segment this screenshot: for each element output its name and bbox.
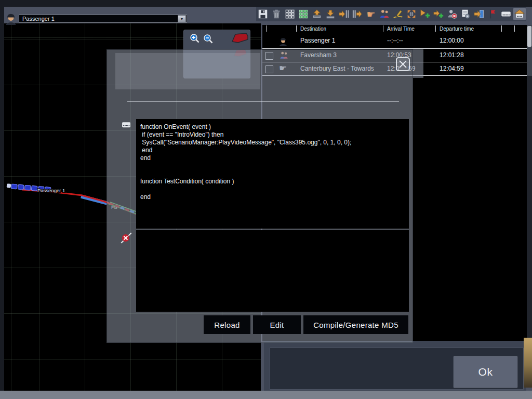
row-departure: 12:04:59 xyxy=(440,62,464,75)
dialog-divider xyxy=(127,101,399,102)
remove-driver-icon[interactable] xyxy=(446,8,458,20)
row-arrival: --:--:-- xyxy=(387,33,403,48)
col-arrival: Arrival Time xyxy=(387,25,415,33)
insert-right-icon[interactable] xyxy=(351,8,364,20)
zoom-out-icon[interactable] xyxy=(203,33,214,45)
delete-icon[interactable] xyxy=(270,8,283,20)
header-tick xyxy=(296,25,297,32)
raise-terrain-icon[interactable] xyxy=(311,8,323,20)
script-dialog-band xyxy=(413,49,423,78)
scrollbar-thumb[interactable] xyxy=(527,26,531,47)
scene-fragment xyxy=(524,338,532,388)
compass-icon[interactable] xyxy=(405,8,418,20)
clear-script-icon[interactable] xyxy=(119,231,133,245)
driver-dropdown[interactable]: Passenger 1 ▼ xyxy=(19,15,187,23)
window-top-strip xyxy=(0,0,532,7)
add-marker-icon[interactable] xyxy=(419,8,431,20)
reload-button[interactable]: Reload xyxy=(204,315,250,334)
script-console-icon xyxy=(120,120,132,130)
close-icon xyxy=(398,60,407,69)
script-output-box[interactable] xyxy=(136,230,409,312)
compile-button[interactable]: Compile/Generate MD5 xyxy=(303,315,408,334)
driver-dropdown-value: Passenger 1 xyxy=(19,16,178,22)
header-tick xyxy=(501,25,502,32)
row-departure: 12:01:28 xyxy=(440,49,464,62)
add-arrow-icon[interactable] xyxy=(432,8,445,20)
save-icon[interactable] xyxy=(257,8,269,20)
grid-white-icon[interactable] xyxy=(284,8,296,20)
grid-green-icon[interactable] xyxy=(297,8,310,20)
zoom-in-icon[interactable] xyxy=(189,33,201,44)
passengers-icon[interactable] xyxy=(378,8,391,20)
timetable-header: Destination Arrival Time Departure time xyxy=(262,25,527,33)
header-tick xyxy=(266,25,267,32)
dropdown-arrow-button[interactable]: ▼ xyxy=(178,15,186,22)
portal-icon[interactable] xyxy=(473,8,485,20)
shift-right-icon[interactable] xyxy=(338,8,350,20)
header-tick xyxy=(383,25,383,32)
train-label: Passenger 1 xyxy=(37,188,65,193)
script-editor[interactable]: function OnEvent( event ) if (event == "… xyxy=(136,119,409,229)
document-settings-icon[interactable] xyxy=(459,8,472,20)
platform-segment xyxy=(81,196,107,203)
right-edge-strip xyxy=(527,76,532,341)
header-tick xyxy=(514,25,515,32)
header-tick xyxy=(435,25,436,32)
script-text: function OnEvent( event ) if (event == "… xyxy=(140,123,405,201)
hand-icon[interactable]: ☛ xyxy=(365,8,377,20)
driver-row-icon xyxy=(278,35,288,46)
lower-terrain-icon[interactable] xyxy=(324,8,337,20)
col-destination: Destination xyxy=(300,25,326,33)
edit-button[interactable]: Edit xyxy=(253,315,301,334)
scenario-properties-icon[interactable] xyxy=(513,8,526,20)
col-departure: Departure time xyxy=(440,25,474,33)
dialog-header-panel xyxy=(115,53,260,89)
editor-toolbar: ☛ xyxy=(256,7,526,21)
flag-icon[interactable] xyxy=(486,8,499,20)
signature-icon[interactable] xyxy=(392,8,404,20)
row-departure: 12:00:00 xyxy=(440,33,464,48)
flag-marker-icon[interactable] xyxy=(231,32,249,44)
window-left-strip xyxy=(0,7,4,391)
console-icon[interactable] xyxy=(500,8,512,20)
row-destination: Passenger 1 xyxy=(300,33,335,48)
close-button[interactable] xyxy=(396,57,410,71)
window-bottom-strip xyxy=(0,391,532,399)
driver-avatar-icon xyxy=(4,11,18,25)
ok-button[interactable]: Ok xyxy=(454,356,517,388)
table-row[interactable]: Passenger 1 --:--:-- 12:00:00 xyxy=(262,33,527,49)
